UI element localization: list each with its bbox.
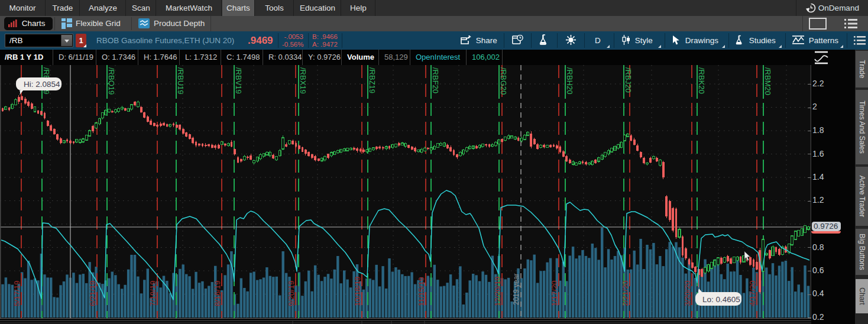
svg-text:/RBM20: /RBM20 (763, 67, 772, 95)
svg-text:/RBV19: /RBV19 (234, 67, 243, 94)
svg-text:/RBH20: /RBH20 (565, 67, 574, 95)
svg-text:/RBJ20: /RBJ20 (624, 67, 633, 93)
svg-text:5/17/19: 5/17/19 (12, 281, 21, 306)
svg-text:6/21/19: 6/21/19 (88, 281, 97, 306)
svg-text:/RBU19: /RBU19 (176, 67, 185, 95)
svg-text:/RBF20: /RBF20 (431, 67, 440, 93)
svg-text:/RBX19: /RBX19 (299, 67, 307, 94)
svg-text:Hi: 2.0854: Hi: 2.0854 (24, 80, 60, 89)
svg-text:8/16/19: 8/16/19 (213, 281, 222, 306)
svg-text:7/19/19: 7/19/19 (148, 281, 157, 306)
svg-text:/RBZ19: /RBZ19 (368, 67, 377, 93)
svg-text:3/20/20: 3/20/20 (683, 281, 692, 306)
svg-text:11/15/19: 11/15/19 (417, 277, 426, 306)
svg-text:/RBK20: /RBK20 (697, 67, 706, 94)
svg-text:12/20/19: 12/20/19 (493, 276, 502, 306)
svg-text:10/18/19: 10/18/19 (353, 276, 362, 306)
svg-text:4/17/20: 4/17/20 (748, 281, 757, 306)
svg-text:1/17/20: 1/17/20 (550, 281, 559, 306)
svg-text:2019 year: 2019 year (512, 274, 520, 305)
svg-text:/RBQ19: /RBQ19 (107, 67, 116, 95)
svg-text:Lo: 0.4605: Lo: 0.4605 (702, 295, 740, 304)
svg-text:9/20/19: 9/20/19 (287, 281, 296, 306)
svg-text:2/21/20: 2/21/20 (621, 281, 630, 306)
svg-text:/RBG20: /RBG20 (499, 67, 508, 95)
